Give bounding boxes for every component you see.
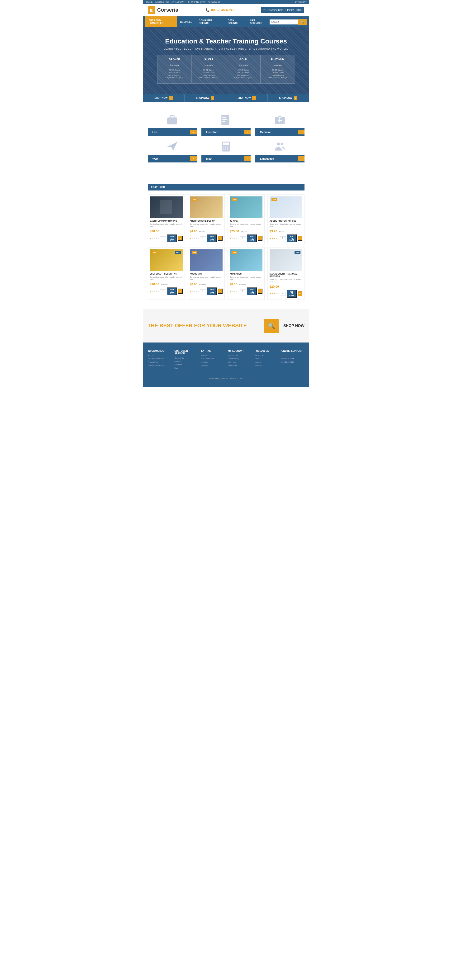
medkit-icon [273,114,287,126]
logo-text: Corseria [157,7,178,13]
nav-item-computer[interactable]: COMPUTER SCIENCE [196,16,224,27]
languages-button[interactable]: Languages › [255,155,304,162]
shop-now-offer[interactable]: SHOP NOW [283,324,304,328]
wishlist-btn-2[interactable]: ♥ [218,235,222,241]
quantity-4[interactable] [280,236,286,240]
footer-link-specials[interactable]: Specials [201,364,224,367]
wishlist-btn-3[interactable]: ♥ [258,235,262,241]
quantity-3[interactable] [240,236,246,240]
search-input[interactable] [270,19,298,24]
footer-link-about[interactable]: About [148,354,171,357]
search-button[interactable]: 🔍 [298,19,307,25]
svg-point-14 [225,146,227,148]
math-button[interactable]: Math › [201,155,251,162]
footer-link-delivery[interactable]: Delivery Information [148,358,171,360]
wishlist-btn-1[interactable]: ♥ [178,235,182,241]
product-name-7: ANALYTICS [230,273,263,275]
product-price-4: $3.20 $4.00 [270,229,302,233]
footer-link-brands[interactable]: Brands [201,354,224,357]
checkout-link[interactable]: CHECKOUT [208,1,220,3]
footer-link-affiliates[interactable]: Affiliates [201,361,224,363]
svg-rect-5 [223,121,226,122]
svg-point-15 [227,146,229,148]
product-card-2: Sale ARCHITECTURE DESIGN Some short desc… [188,194,225,244]
add-to-cart-5[interactable]: ADD TO CART [167,287,177,295]
shop-now-platinum[interactable]: SHOP NOW › [268,94,309,102]
nav-item-data[interactable]: DATA SCIENCE [224,16,247,27]
medicine-button[interactable]: Medicine › [255,128,304,136]
law-button[interactable]: Law › [148,128,197,136]
logo[interactable]: ◧ Corseria [148,6,178,14]
nav-item-life[interactable]: LIFE SCIENCES [247,16,270,27]
footer-col-support: ONLINE SUPPORT 📞 800-2345-6789 800-2345-… [282,350,304,370]
categories-section: Law › Literature › [143,107,309,174]
footer-link-contact[interactable]: Contact Us [174,357,197,360]
plan-platinum: PLATINUM $44.45/M 30 GB Space 100 GB Tra… [261,55,295,84]
add-to-cart-2[interactable]: ADD TO CART [207,234,217,242]
account-link[interactable]: MY ACCOUNT [172,1,186,3]
quantity-8[interactable] [280,292,286,296]
nav-item-business[interactable]: BUSINESS [177,18,196,26]
add-to-cart-4[interactable]: ADD TO CART [287,234,297,242]
quantity-2[interactable] [200,236,206,240]
star-rating-2: ★ ★ ★ ★ ★ [190,237,199,239]
wishlist-btn-4[interactable]: ♥ [298,235,302,241]
footer-link-sitemap[interactable]: Site Map [174,363,197,366]
product-price-8: $20.00 [270,285,302,288]
add-to-cart-1[interactable]: ADD TO CART [167,234,177,242]
wishlist-btn-7[interactable]: ♥ [258,289,262,294]
best-offer-right: 🔍 SHOP NOW [264,319,304,333]
footer-link-orders[interactable]: Order History [228,358,251,360]
footer-link-youtube[interactable]: Youtube [255,361,278,363]
product-desc-8: Some short description can be placed her… [270,278,302,283]
footer-link-newsletter[interactable]: Newsletter [228,364,251,367]
wishlist-btn-6[interactable]: ♥ [218,289,222,294]
top-bar-links[interactable]: HOME WISH LIST (0) MY ACCOUNT SHOPPING C… [145,1,221,3]
wishlist-btn-8[interactable]: ♥ [298,291,302,296]
best-offer-title: THE BEST OFFER FOR YOUR WEBSITE [148,323,247,329]
footer-link-privacy[interactable]: Privacy Policy [148,361,171,363]
product-card-3: Sale 3D MAX Some short description can b… [228,194,264,244]
add-to-cart-3[interactable]: ADD TO CART [247,234,257,242]
book-icon [219,114,233,126]
category-law: Law › [148,114,197,136]
svg-rect-3 [223,117,227,118]
add-to-cart-6[interactable]: ADD TO CART [207,287,217,295]
quantity-5[interactable] [160,289,166,293]
home-link[interactable]: HOME [146,1,153,3]
footer-link-returns[interactable]: Returns [174,360,197,363]
add-to-cart-7[interactable]: ADD TO CART [247,287,257,295]
svg-rect-4 [223,119,228,120]
product-card-8: New MANAGEMENT FINANCIAL REPORTS Some sh… [267,247,304,300]
footer-link-myaccount[interactable]: My Account [228,354,251,357]
quantity-6[interactable] [200,289,206,293]
footer-link-terms[interactable]: Terms & Conditions [148,364,171,367]
product-desc-4: Some short description can be placed her… [270,223,302,228]
footer-link-twitter[interactable]: Twitter [255,358,278,360]
shop-now-bronze[interactable]: SHOP NOW › [143,94,185,102]
footer: INFORMATION About Delivery Information P… [143,342,309,387]
footer-link-pinterest[interactable]: Pinterest [255,364,278,367]
svg-point-19 [277,143,280,146]
footer-link-facebook[interactable]: Facebook [255,354,278,357]
shop-now-silver[interactable]: SHOP NOW › [185,94,226,102]
quantity-7[interactable] [240,289,246,293]
wishlist-btn-5[interactable]: ♥ [178,289,182,294]
footer-link-gift[interactable]: Gift Certificates [201,358,224,360]
footer-link-blog[interactable]: Blog [174,367,197,369]
nav-item-arts[interactable]: ARTS AND HUMANITIES [145,16,177,27]
spacer3 [143,304,309,309]
literature-button[interactable]: Literature › [201,128,251,136]
footer-col-information: INFORMATION About Delivery Information P… [148,350,171,370]
cart-link[interactable]: SHOPPING CART [188,1,206,3]
cart-area[interactable]: 🛒 Shopping Cart: 0 item(s) - $0.00 [261,7,304,13]
footer-link-wishlist[interactable]: Wish List [228,361,251,363]
footer-phone2: 800-2345-4790 [282,361,304,363]
quantity-1[interactable] [160,236,166,240]
add-to-cart-8[interactable]: ADD TO CART [287,290,297,298]
top-bar-right[interactable]: $ ▾ Sign In ▾ [295,1,307,3]
web-button[interactable]: Web › [148,155,197,162]
wishlist-link[interactable]: WISH LIST (0) [155,1,169,3]
shop-now-gold[interactable]: SHOP NOW › [226,94,268,102]
product-name-2: ARCHITECTURE DESIGN [190,220,223,222]
